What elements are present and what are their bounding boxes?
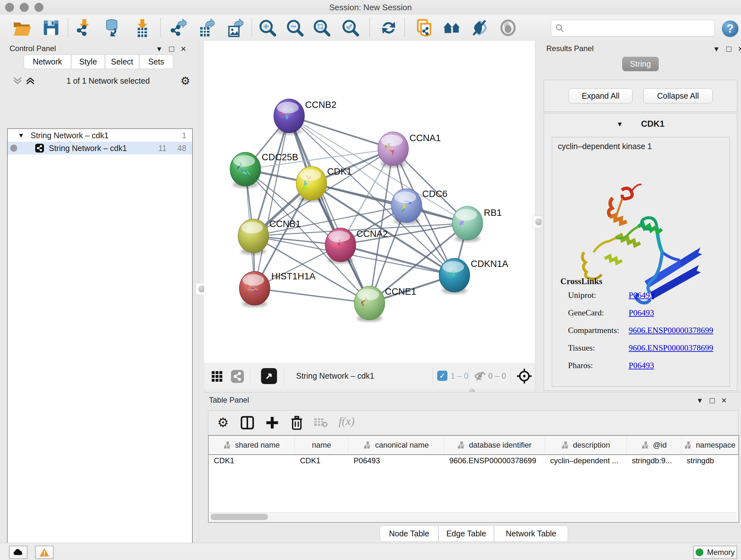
cloud-status-button[interactable]	[9, 546, 27, 559]
network-node-CCNA1[interactable]	[378, 132, 408, 168]
table-cell[interactable]: stringdb	[682, 454, 738, 467]
column-header-canonical-name[interactable]: canonical name	[348, 436, 444, 454]
show-eye-icon[interactable]	[498, 18, 518, 38]
network-node-CDC6[interactable]	[391, 189, 422, 225]
table-panel-float-icon[interactable]: □	[710, 395, 715, 406]
import-database-icon[interactable]	[102, 18, 122, 38]
results-panel-close-icon[interactable]: ✕	[738, 45, 741, 53]
table-cell[interactable]: CDK1	[295, 454, 348, 467]
network-row-selected[interactable]: String Network – cdk1 11 48	[8, 142, 192, 154]
tab-node-table[interactable]: Node Table	[380, 525, 439, 542]
table-settings-gear-icon[interactable]: ⚙	[217, 415, 229, 430]
hide-selected-icon[interactable]	[469, 18, 489, 38]
collection-expand-icon[interactable]: ▼	[18, 132, 24, 139]
fit-crosshair-icon[interactable]	[516, 368, 532, 384]
collapse-all-icon[interactable]	[12, 76, 23, 85]
network-current-dot-icon	[10, 145, 17, 152]
network-node-CCNE1[interactable]	[354, 286, 385, 322]
network-edge[interactable]	[255, 288, 369, 303]
tab-string[interactable]: String	[622, 57, 659, 71]
import-network-icon[interactable]	[73, 18, 94, 38]
network-node-CCNB1[interactable]	[238, 219, 269, 255]
table-panel-menu-icon[interactable]: ▼	[696, 396, 703, 405]
open-session-icon[interactable]	[11, 18, 32, 38]
network-node-CDK1[interactable]	[296, 166, 327, 202]
help-icon[interactable]: ?	[722, 20, 738, 37]
expand-all-button[interactable]: Expand All	[569, 88, 632, 104]
export-table-icon[interactable]	[195, 18, 216, 38]
table-cell[interactable]: stringdb:9...	[627, 454, 682, 467]
network-node-CDKN1A[interactable]	[439, 258, 470, 294]
search-icon	[555, 23, 564, 33]
zoom-in-icon[interactable]	[257, 18, 278, 38]
selected-nodes-checkbox[interactable]: ✓	[437, 371, 448, 381]
column-header-name[interactable]: name	[295, 436, 348, 454]
network-collection-row[interactable]: ▼ String Network – cdk1 1	[8, 129, 192, 142]
tab-edge-table[interactable]: Edge Table	[439, 525, 494, 542]
network-overview-icon[interactable]	[230, 369, 245, 383]
tab-select[interactable]: Select	[105, 55, 139, 69]
results-panel-float-icon[interactable]: □	[726, 44, 731, 54]
tab-network-table[interactable]: Network Table	[494, 525, 568, 542]
collapse-all-button[interactable]: Collapse All	[643, 88, 713, 104]
detach-view-button[interactable]	[261, 368, 277, 384]
control-panel: Control Panel ▼ □ ✕ Network Style Select…	[0, 41, 199, 543]
show-all-icon[interactable]	[442, 18, 462, 38]
protein-collapse-icon[interactable]: ▼	[616, 120, 623, 128]
zoom-fit-icon[interactable]	[312, 18, 332, 38]
memory-button[interactable]: Memory	[693, 546, 737, 559]
crosslink-link[interactable]: 9606.ENSP00000378699	[629, 343, 713, 353]
zoom-selected-icon[interactable]	[340, 18, 360, 38]
crosslink-link[interactable]: P06493	[629, 361, 654, 370]
network-node-CCNA2[interactable]	[325, 228, 356, 264]
protein-section-box: ▼ CDK1 cyclin–dependent kinase 1	[544, 113, 737, 391]
export-image-icon[interactable]	[224, 18, 245, 38]
network-node-CCNB2[interactable]	[274, 99, 305, 135]
control-panel-float-icon[interactable]: □	[169, 44, 174, 54]
crosslink-link[interactable]: 9606.ENSP00000378699	[629, 326, 713, 335]
tab-network[interactable]: Network	[23, 55, 71, 69]
crosslink-link[interactable]: P06493	[629, 291, 654, 300]
network-node-RB1[interactable]	[452, 206, 483, 242]
clone-network-icon[interactable]	[414, 18, 434, 38]
table-panel-close-icon[interactable]: ✕	[721, 396, 727, 405]
tab-sets[interactable]: Sets	[139, 55, 173, 69]
column-header--id[interactable]: @id	[627, 436, 682, 454]
crosslink-link[interactable]: P06493	[629, 308, 654, 318]
column-header-shared-name[interactable]: shared name	[209, 436, 295, 454]
control-panel-close-icon[interactable]: ✕	[181, 45, 186, 53]
table-cell[interactable]: cyclin–dependent ...	[545, 454, 627, 467]
save-session-icon[interactable]	[41, 18, 61, 38]
network-canvas[interactable]: CCNB2CCNA1CDC25BCDK1CDC6RB1CCNB1CCNA2CDK…	[204, 41, 535, 363]
create-column-plus-icon[interactable]	[265, 416, 279, 430]
table-cell[interactable]: 9606.ENSP00000378699	[444, 454, 545, 467]
export-network-icon[interactable]	[167, 18, 188, 38]
network-options-gear-icon[interactable]: ⚙	[181, 74, 190, 87]
network-edge[interactable]	[255, 116, 289, 288]
tab-style[interactable]: Style	[71, 55, 105, 69]
expand-all-icon[interactable]	[25, 76, 36, 85]
table-header-row[interactable]: shared namenamecanonical namedatabase id…	[209, 436, 738, 455]
show-columns-icon[interactable]	[240, 416, 254, 430]
column-header-namespace[interactable]: namespace	[682, 436, 738, 454]
results-panel-menu-icon[interactable]: ▼	[713, 45, 720, 53]
birds-eye-grid-icon[interactable]	[211, 371, 223, 382]
column-header-database-identifier[interactable]: database identifier	[444, 436, 545, 454]
column-header-description[interactable]: description	[545, 436, 627, 454]
table-cell[interactable]: P06493	[348, 454, 444, 467]
search-input[interactable]	[551, 20, 715, 37]
network-edge[interactable]	[289, 116, 393, 149]
zoom-out-icon[interactable]	[285, 18, 305, 38]
delete-column-trash-icon[interactable]	[289, 415, 304, 430]
crosslink-label: Uniprot:	[568, 291, 629, 300]
scrollbar-thumb[interactable]	[211, 514, 268, 520]
warning-status-button[interactable]	[35, 546, 54, 559]
control-panel-menu-icon[interactable]: ▼	[156, 45, 163, 53]
network-node-HIST1H1A[interactable]	[239, 271, 270, 307]
table-cell[interactable]: CDK1	[209, 454, 295, 467]
import-table-icon[interactable]	[131, 18, 152, 38]
network-node-CDC25B[interactable]	[230, 152, 261, 188]
table-horizontal-scrollbar[interactable]	[209, 512, 737, 521]
table-row[interactable]: CDK1CDK1P064939606.ENSP00000378699cyclin…	[209, 454, 738, 467]
refresh-icon[interactable]	[379, 18, 399, 38]
